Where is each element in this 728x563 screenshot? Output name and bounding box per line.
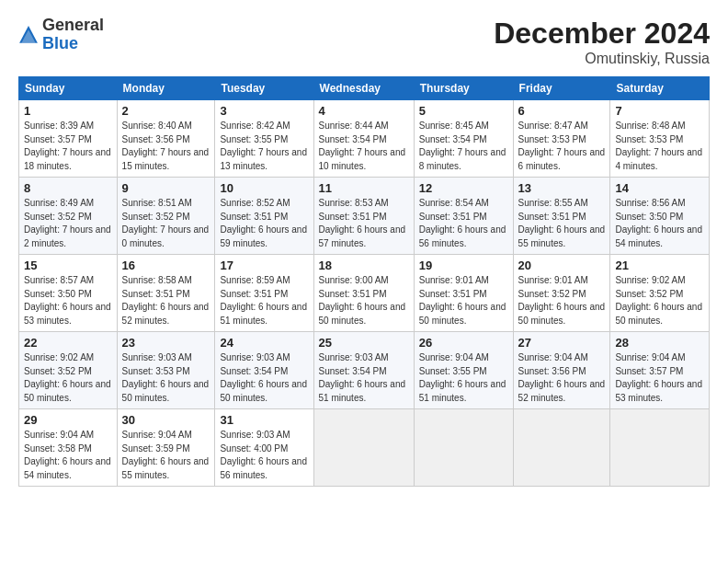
logo-icon (18, 25, 39, 45)
week-row-1: 1Sunrise: 8:39 AMSunset: 3:57 PMDaylight… (19, 100, 710, 178)
logo-blue: Blue (42, 34, 78, 52)
day-number: 1 (24, 104, 112, 118)
day-cell: 18Sunrise: 9:00 AMSunset: 3:51 PMDayligh… (313, 255, 414, 332)
day-cell: 6Sunrise: 8:47 AMSunset: 3:53 PMDaylight… (513, 100, 610, 178)
header-row: Sunday Monday Tuesday Wednesday Thursday… (19, 77, 710, 100)
col-friday: Friday (513, 77, 610, 100)
day-cell: 24Sunrise: 9:03 AMSunset: 3:54 PMDayligh… (215, 332, 313, 409)
day-cell: 3Sunrise: 8:42 AMSunset: 3:55 PMDaylight… (215, 100, 313, 178)
col-saturday: Saturday (610, 77, 710, 100)
day-info: Sunrise: 8:44 AMSunset: 3:54 PMDaylight:… (319, 121, 406, 171)
week-row-4: 22Sunrise: 9:02 AMSunset: 3:52 PMDayligh… (19, 332, 710, 409)
day-info: Sunrise: 9:00 AMSunset: 3:51 PMDaylight:… (319, 275, 406, 326)
day-number: 12 (419, 181, 508, 195)
day-cell: 25Sunrise: 9:03 AMSunset: 3:54 PMDayligh… (313, 332, 414, 409)
day-number: 23 (122, 336, 210, 350)
day-cell: 11Sunrise: 8:53 AMSunset: 3:51 PMDayligh… (313, 178, 414, 255)
day-cell: 1Sunrise: 8:39 AMSunset: 3:57 PMDaylight… (19, 100, 118, 178)
day-number: 20 (518, 259, 606, 272)
day-number: 29 (24, 413, 112, 427)
day-cell: 17Sunrise: 8:59 AMSunset: 3:51 PMDayligh… (215, 255, 313, 332)
day-cell: 20Sunrise: 9:01 AMSunset: 3:52 PMDayligh… (513, 255, 610, 332)
day-cell: 12Sunrise: 8:54 AMSunset: 3:51 PMDayligh… (414, 178, 513, 255)
day-number: 3 (220, 104, 308, 118)
page-subtitle: Omutinskiy, Russia (494, 51, 710, 67)
day-number: 11 (319, 181, 409, 195)
day-number: 4 (319, 104, 409, 118)
day-number: 24 (220, 336, 308, 350)
day-number: 19 (419, 259, 508, 272)
day-number: 5 (419, 104, 508, 118)
day-cell: 4Sunrise: 8:44 AMSunset: 3:54 PMDaylight… (313, 100, 414, 178)
day-info: Sunrise: 8:58 AMSunset: 3:51 PMDaylight:… (122, 275, 210, 326)
title-block: December 2024 Omutinskiy, Russia (494, 17, 710, 67)
day-info: Sunrise: 8:56 AMSunset: 3:50 PMDaylight:… (615, 198, 702, 248)
day-number: 27 (518, 336, 606, 350)
day-number: 14 (615, 181, 704, 195)
day-info: Sunrise: 9:02 AMSunset: 3:52 PMDaylight:… (24, 352, 111, 403)
day-cell: 31Sunrise: 9:03 AMSunset: 4:00 PMDayligh… (215, 409, 313, 487)
day-info: Sunrise: 9:01 AMSunset: 3:52 PMDaylight:… (518, 275, 606, 326)
day-cell: 8Sunrise: 8:49 AMSunset: 3:52 PMDaylight… (19, 178, 118, 255)
day-info: Sunrise: 8:53 AMSunset: 3:51 PMDaylight:… (319, 198, 406, 248)
logo-text: General Blue (42, 17, 104, 53)
day-cell: 23Sunrise: 9:03 AMSunset: 3:53 PMDayligh… (117, 332, 215, 409)
col-tuesday: Tuesday (215, 77, 313, 100)
day-info: Sunrise: 8:42 AMSunset: 3:55 PMDaylight:… (220, 121, 307, 171)
day-number: 2 (122, 104, 210, 118)
day-number: 8 (24, 181, 112, 195)
day-info: Sunrise: 8:52 AMSunset: 3:51 PMDaylight:… (220, 198, 307, 248)
day-number: 21 (615, 259, 704, 272)
day-cell: 21Sunrise: 9:02 AMSunset: 3:52 PMDayligh… (610, 255, 710, 332)
day-info: Sunrise: 8:51 AMSunset: 3:52 PMDaylight:… (122, 198, 210, 248)
day-info: Sunrise: 9:01 AMSunset: 3:51 PMDaylight:… (419, 275, 506, 326)
day-info: Sunrise: 9:04 AMSunset: 3:56 PMDaylight:… (518, 352, 606, 403)
day-info: Sunrise: 9:04 AMSunset: 3:57 PMDaylight:… (615, 352, 702, 403)
day-number: 28 (615, 336, 704, 350)
day-cell: 26Sunrise: 9:04 AMSunset: 3:55 PMDayligh… (414, 332, 513, 409)
day-number: 22 (24, 336, 112, 350)
day-info: Sunrise: 9:04 AMSunset: 3:58 PMDaylight:… (24, 430, 111, 480)
col-wednesday: Wednesday (313, 77, 414, 100)
header: General Blue December 2024 Omutinskiy, R… (18, 17, 710, 67)
day-info: Sunrise: 8:48 AMSunset: 3:53 PMDaylight:… (615, 121, 702, 171)
day-cell: 19Sunrise: 9:01 AMSunset: 3:51 PMDayligh… (414, 255, 513, 332)
day-cell: 13Sunrise: 8:55 AMSunset: 3:51 PMDayligh… (513, 178, 610, 255)
day-cell: 30Sunrise: 9:04 AMSunset: 3:59 PMDayligh… (117, 409, 215, 487)
day-number: 7 (615, 104, 704, 118)
day-number: 13 (518, 181, 606, 195)
day-number: 30 (122, 413, 210, 427)
day-cell: 10Sunrise: 8:52 AMSunset: 3:51 PMDayligh… (215, 178, 313, 255)
day-cell (610, 409, 710, 487)
day-cell: 9Sunrise: 8:51 AMSunset: 3:52 PMDaylight… (117, 178, 215, 255)
day-info: Sunrise: 8:54 AMSunset: 3:51 PMDaylight:… (419, 198, 506, 248)
day-cell: 7Sunrise: 8:48 AMSunset: 3:53 PMDaylight… (610, 100, 710, 178)
day-number: 6 (518, 104, 606, 118)
logo-general: General (42, 16, 104, 34)
day-cell: 5Sunrise: 8:45 AMSunset: 3:54 PMDaylight… (414, 100, 513, 178)
day-info: Sunrise: 9:04 AMSunset: 3:59 PMDaylight:… (122, 430, 210, 480)
day-info: Sunrise: 9:04 AMSunset: 3:55 PMDaylight:… (419, 352, 506, 403)
week-row-2: 8Sunrise: 8:49 AMSunset: 3:52 PMDaylight… (19, 178, 710, 255)
day-info: Sunrise: 8:45 AMSunset: 3:54 PMDaylight:… (419, 121, 506, 171)
day-number: 10 (220, 181, 308, 195)
day-cell: 29Sunrise: 9:04 AMSunset: 3:58 PMDayligh… (19, 409, 118, 487)
day-info: Sunrise: 9:03 AMSunset: 3:53 PMDaylight:… (122, 352, 210, 403)
day-info: Sunrise: 9:03 AMSunset: 4:00 PMDaylight:… (220, 430, 307, 480)
day-cell: 27Sunrise: 9:04 AMSunset: 3:56 PMDayligh… (513, 332, 610, 409)
day-info: Sunrise: 9:02 AMSunset: 3:52 PMDaylight:… (615, 275, 702, 326)
day-info: Sunrise: 8:59 AMSunset: 3:51 PMDaylight:… (220, 275, 307, 326)
day-cell: 2Sunrise: 8:40 AMSunset: 3:56 PMDaylight… (117, 100, 215, 178)
day-number: 25 (319, 336, 409, 350)
day-cell: 16Sunrise: 8:58 AMSunset: 3:51 PMDayligh… (117, 255, 215, 332)
day-number: 9 (122, 181, 210, 195)
week-row-3: 15Sunrise: 8:57 AMSunset: 3:50 PMDayligh… (19, 255, 710, 332)
day-info: Sunrise: 8:47 AMSunset: 3:53 PMDaylight:… (518, 121, 606, 171)
day-number: 16 (122, 259, 210, 272)
day-cell: 28Sunrise: 9:04 AMSunset: 3:57 PMDayligh… (610, 332, 710, 409)
day-number: 15 (24, 259, 112, 272)
day-number: 31 (220, 413, 308, 427)
day-cell (414, 409, 513, 487)
page: General Blue December 2024 Omutinskiy, R… (0, 0, 728, 563)
day-cell (513, 409, 610, 487)
